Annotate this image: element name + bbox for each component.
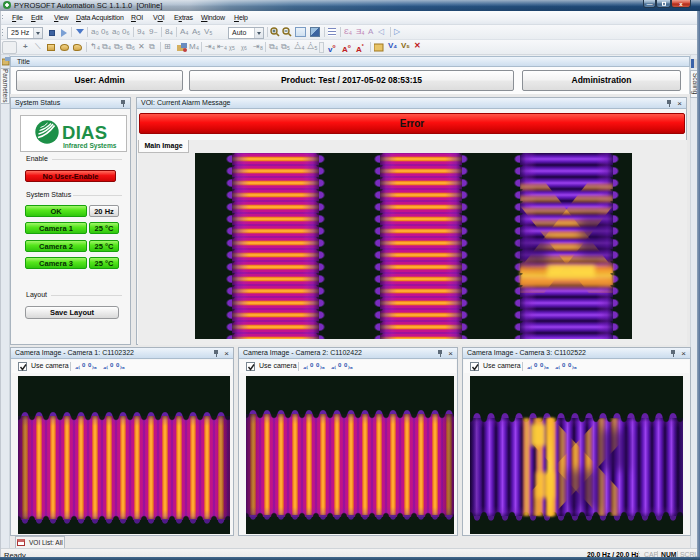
svg-text:₄₍: ₄₍ bbox=[331, 363, 336, 370]
svg-text:₎₆: ₎₆ bbox=[320, 363, 325, 370]
svg-text:DIAS: DIAS bbox=[62, 122, 107, 143]
svg-text:0: 0 bbox=[310, 362, 314, 368]
svg-text:₎₆: ₎₆ bbox=[120, 363, 125, 370]
svg-text:₄₍: ₄₍ bbox=[303, 363, 308, 370]
svg-text:Infrared Systems: Infrared Systems bbox=[63, 142, 117, 150]
svg-text:₎₆: ₎₆ bbox=[572, 363, 577, 370]
svg-text:0: 0 bbox=[562, 362, 566, 368]
svg-text:0: 0 bbox=[338, 362, 342, 368]
svg-text:0: 0 bbox=[110, 362, 114, 368]
svg-text:₄₍: ₄₍ bbox=[103, 363, 108, 370]
svg-text:₄₍: ₄₍ bbox=[527, 363, 532, 370]
svg-text:0: 0 bbox=[82, 362, 86, 368]
svg-text:₎₆: ₎₆ bbox=[544, 363, 549, 370]
svg-text:₄₍: ₄₍ bbox=[75, 363, 80, 370]
svg-text:0: 0 bbox=[534, 362, 538, 368]
svg-text:₎₆: ₎₆ bbox=[348, 363, 353, 370]
svg-text:₄₍: ₄₍ bbox=[555, 363, 560, 370]
svg-text:₎₆: ₎₆ bbox=[92, 363, 97, 370]
